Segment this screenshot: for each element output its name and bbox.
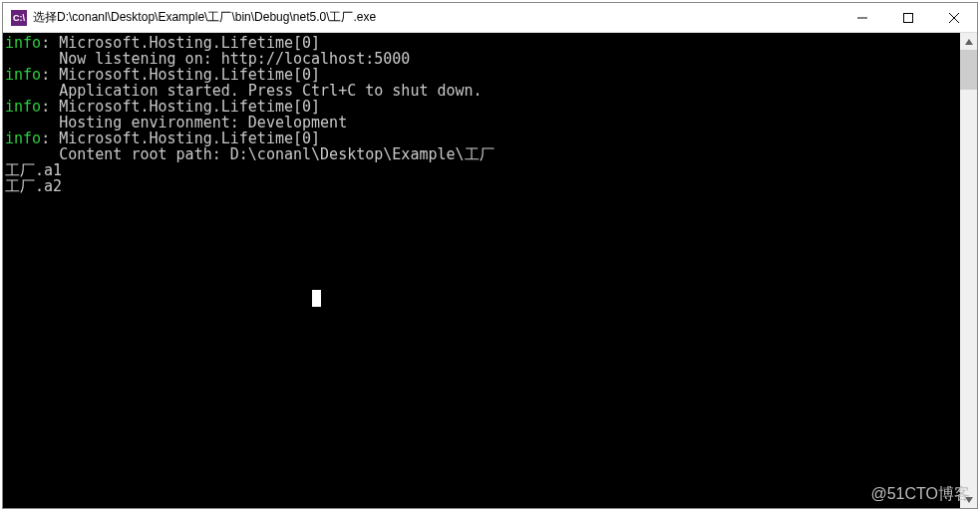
console-line: 工厂.a1 xyxy=(5,162,960,178)
app-icon: C:\ xyxy=(11,10,27,26)
close-icon xyxy=(949,13,959,23)
console-line: 工厂.a2 xyxy=(5,178,960,194)
maximize-icon xyxy=(903,13,913,23)
log-text: Content root path: D:\conanl\Desktop\Exa… xyxy=(5,145,494,163)
text-cursor xyxy=(312,290,321,307)
window-title: 选择D:\conanl\Desktop\Example\工厂\bin\Debug… xyxy=(33,9,839,26)
svg-marker-5 xyxy=(965,497,973,503)
vertical-scrollbar[interactable] xyxy=(960,33,977,508)
chevron-down-icon xyxy=(965,496,973,504)
console-line: Now listening on: http://localhost:5000 xyxy=(5,51,960,67)
close-button[interactable] xyxy=(931,3,977,32)
console-line: info: Microsoft.Hosting.Lifetime[0] xyxy=(5,67,960,83)
console-line: info: Microsoft.Hosting.Lifetime[0] xyxy=(5,130,960,146)
scroll-up-button[interactable] xyxy=(960,33,977,50)
scrollbar-thumb[interactable] xyxy=(960,50,977,90)
console-line: Hosting environment: Development xyxy=(5,115,960,130)
window-controls xyxy=(839,3,977,32)
svg-marker-4 xyxy=(965,39,973,45)
console-line: Application started. Press Ctrl+C to shu… xyxy=(5,83,960,99)
console-line: Content root path: D:\conanl\Desktop\Exa… xyxy=(5,146,960,162)
maximize-button[interactable] xyxy=(885,3,931,32)
console-output[interactable]: info: Microsoft.Hosting.Lifetime[0] Now … xyxy=(3,33,960,508)
log-text: 工厂.a2 xyxy=(5,177,62,195)
minimize-icon xyxy=(857,13,867,23)
minimize-button[interactable] xyxy=(839,3,885,32)
titlebar[interactable]: C:\ 选择D:\conanl\Desktop\Example\工厂\bin\D… xyxy=(3,3,977,33)
chevron-up-icon xyxy=(965,38,973,46)
svg-rect-1 xyxy=(904,13,913,22)
console-line: info: Microsoft.Hosting.Lifetime[0] xyxy=(5,35,960,51)
scrollbar-track[interactable] xyxy=(960,50,977,491)
scroll-down-button[interactable] xyxy=(960,491,977,508)
console-area: info: Microsoft.Hosting.Lifetime[0] Now … xyxy=(3,33,977,508)
console-window: C:\ 选择D:\conanl\Desktop\Example\工厂\bin\D… xyxy=(2,2,978,509)
console-line: info: Microsoft.Hosting.Lifetime[0] xyxy=(5,99,960,115)
